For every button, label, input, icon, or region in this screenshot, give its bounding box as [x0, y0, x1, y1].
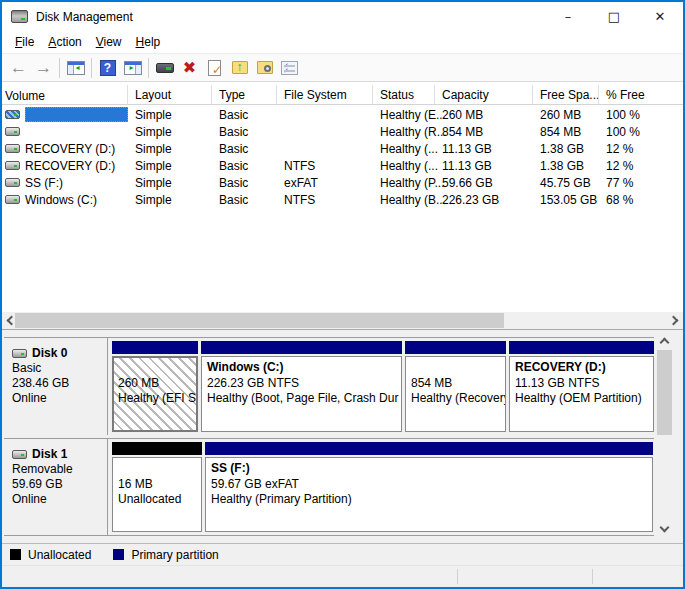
partition-windows-c[interactable]: Windows (C:) 226.23 GB NTFS Healthy (Boo… [201, 341, 402, 432]
maximize-button[interactable]: □ [591, 2, 637, 31]
volume-icon [5, 178, 20, 187]
disk-type: Basic [12, 361, 107, 376]
partition-color-bar [509, 341, 654, 354]
disk-size: 238.46 GB [12, 376, 107, 391]
toolbar-separator [148, 58, 149, 78]
checklist-icon[interactable]: ✓✓ [277, 56, 302, 80]
toolbar-separator [91, 58, 92, 78]
volume-icon [5, 161, 20, 170]
disk-status: Online [12, 391, 107, 406]
rescan-disks-icon[interactable] [152, 56, 177, 80]
partition-efi[interactable]: 260 MB Healthy (EFI Sy [112, 341, 198, 432]
scroll-up-icon[interactable] [660, 338, 670, 348]
toolbar-separator [59, 58, 60, 78]
menu-action[interactable]: Action [41, 33, 88, 51]
folder-search-icon[interactable] [252, 56, 277, 80]
delete-volume-icon[interactable]: ✖ [177, 56, 202, 80]
volume-row[interactable]: RECOVERY (D:) Simple Basic NTFS Healthy … [2, 157, 683, 174]
minimize-button[interactable]: – [545, 2, 591, 31]
volume-row[interactable]: RECOVERY (D:) Simple Basic Healthy (... … [2, 140, 683, 157]
partition-color-bar [112, 341, 198, 354]
partition-recovery-d[interactable]: RECOVERY (D:) 11.13 GB NTFS Healthy (OEM… [509, 341, 654, 432]
window-title: Disk Management [36, 10, 133, 24]
volume-row[interactable]: SS (F:) Simple Basic exFAT Healthy (P...… [2, 174, 683, 191]
menu-file[interactable]: File [8, 33, 41, 51]
partition-color-bar [205, 442, 653, 455]
partition-color-bar [201, 341, 402, 354]
toolbar: ← → ◂ ? ▸ ✖ ✓ ↑ ✓✓ [2, 53, 683, 82]
close-button[interactable]: ✕ [637, 2, 683, 31]
column-header-file-system[interactable]: File System [277, 85, 373, 104]
scroll-down-icon[interactable] [660, 523, 670, 533]
primary-partition-swatch [113, 549, 124, 560]
volume-list-panel: Volume Layout Type File System Status Ca… [2, 83, 683, 332]
status-bar-separator [457, 569, 458, 584]
volume-icon [5, 110, 20, 119]
disk-0-row: Disk 0 Basic 238.46 GB Online 260 MB Hea… [4, 337, 654, 435]
forward-icon[interactable]: → [31, 56, 56, 80]
volume-icon [5, 144, 20, 153]
disk-type: Removable [12, 462, 107, 477]
partition-unallocated[interactable]: 16 MB Unallocated [112, 442, 202, 532]
disk-size: 59.69 GB [12, 477, 107, 492]
partition-ss-f[interactable]: SS (F:) 59.67 GB exFAT Healthy (Primary … [205, 442, 653, 532]
volume-icon [5, 127, 20, 136]
disk-1-label[interactable]: Disk 1 Removable 59.69 GB Online [4, 439, 108, 535]
vertical-scrollbar-thumb[interactable] [657, 350, 672, 435]
properties-check-icon[interactable]: ✓ [202, 56, 227, 80]
column-header-free-space[interactable]: Free Spa... [533, 85, 599, 104]
disk-status: Online [12, 492, 107, 507]
horizontal-scrollbar-thumb[interactable] [15, 313, 504, 328]
column-header-status[interactable]: Status [373, 85, 435, 104]
disk-0-label[interactable]: Disk 0 Basic 238.46 GB Online [4, 338, 108, 435]
scroll-right-icon[interactable] [669, 316, 679, 326]
column-header-capacity[interactable]: Capacity [435, 85, 533, 104]
title-bar: Disk Management – □ ✕ [2, 2, 683, 31]
horizontal-scrollbar[interactable] [2, 312, 683, 329]
column-header-volume[interactable]: Volume [2, 85, 128, 104]
column-header-layout[interactable]: Layout [128, 85, 212, 104]
unallocated-swatch [10, 549, 21, 560]
partition-color-bar [112, 442, 202, 455]
selected-volume-highlight [25, 107, 128, 122]
menu-view[interactable]: View [89, 33, 129, 51]
disk-icon [12, 450, 27, 459]
disk-management-window: Disk Management – □ ✕ File Action View H… [0, 0, 685, 589]
volume-list-header: Volume Layout Type File System Status Ca… [2, 85, 683, 105]
disk-1-row: Disk 1 Removable 59.69 GB Online 16 MB U… [4, 438, 654, 536]
column-header-type[interactable]: Type [212, 85, 277, 104]
volume-row[interactable]: Simple Basic Healthy (R... 854 MB 854 MB… [2, 123, 683, 140]
volume-row[interactable]: Windows (C:) Simple Basic NTFS Healthy (… [2, 191, 683, 208]
legend-bar: Unallocated Primary partition [2, 543, 683, 565]
vertical-scrollbar[interactable] [656, 335, 673, 540]
back-icon[interactable]: ← [6, 56, 31, 80]
volume-row-selected[interactable]: Simple Basic Healthy (E... 260 MB 260 MB… [2, 106, 683, 123]
partition-recovery-854mb[interactable]: 854 MB Healthy (Recovery [405, 341, 506, 432]
graphical-view-panel: Disk 0 Basic 238.46 GB Online 260 MB Hea… [2, 332, 683, 543]
disk-management-app-icon [11, 10, 28, 23]
disk-icon [12, 349, 27, 358]
status-bar-separator [592, 569, 593, 584]
folder-up-icon[interactable]: ↑ [227, 56, 252, 80]
legend-label-unallocated: Unallocated [28, 548, 91, 562]
menu-bar: File Action View Help [2, 31, 683, 53]
action-pane-icon[interactable]: ▸ [120, 56, 145, 80]
volume-icon [5, 195, 20, 204]
status-bar [2, 565, 683, 587]
menu-help[interactable]: Help [129, 33, 168, 51]
help-icon[interactable]: ? [95, 56, 120, 80]
column-header-pct-free[interactable]: % Free [599, 85, 683, 104]
console-tree-icon[interactable]: ◂ [63, 56, 88, 80]
partition-color-bar [405, 341, 506, 354]
legend-label-primary: Primary partition [131, 548, 218, 562]
